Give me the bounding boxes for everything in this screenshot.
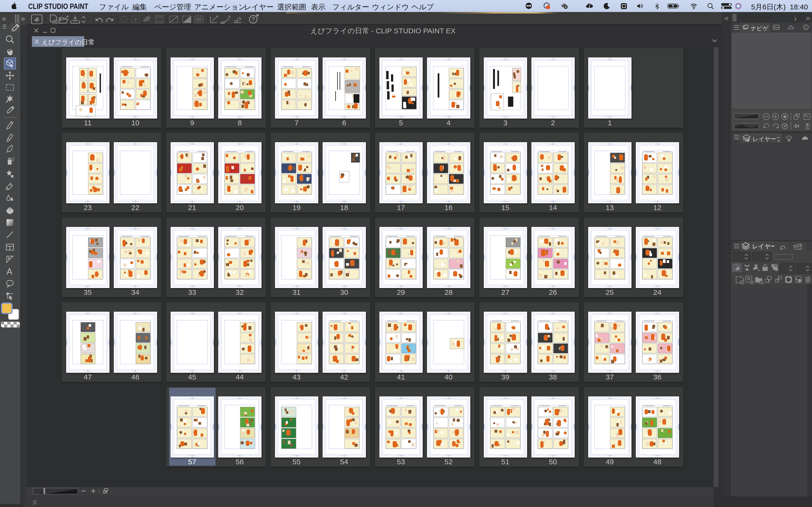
svg-text:?: ?	[252, 16, 255, 22]
svg-text:A: A	[6, 267, 12, 276]
